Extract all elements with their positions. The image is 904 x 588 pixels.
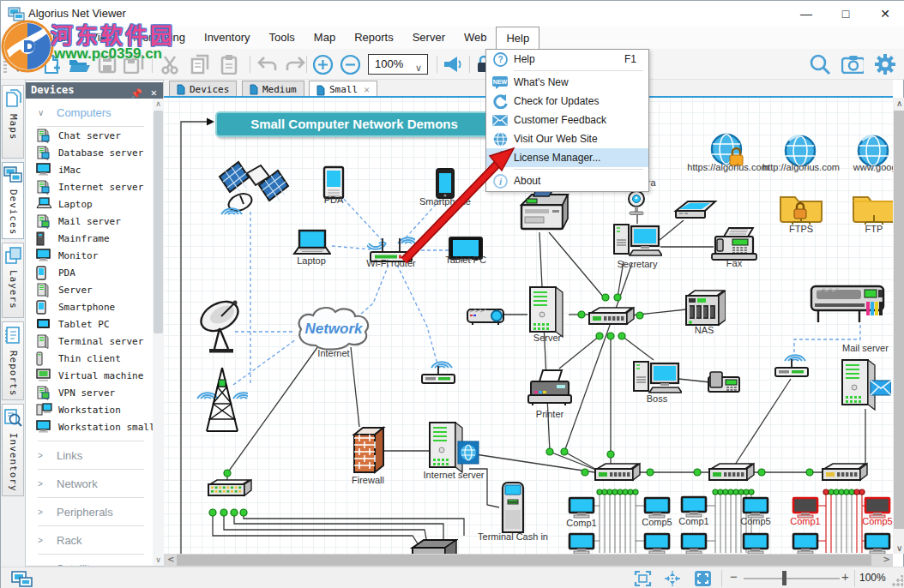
map-tab-small[interactable]: Small✕	[309, 81, 377, 98]
map-tab-medium[interactable]: Medium	[242, 81, 304, 97]
device-palette-item-laptop[interactable]: Laptop	[26, 195, 153, 213]
menu-server[interactable]: Server	[403, 27, 455, 49]
vertical-scroll-thumb[interactable]	[894, 111, 904, 529]
minimize-button[interactable]: —	[786, 1, 826, 27]
node-scanner[interactable]	[672, 197, 719, 221]
node-comp[interactable]	[792, 532, 819, 554]
node-wifi-ap[interactable]	[773, 351, 811, 381]
camera-icon[interactable]	[841, 53, 864, 75]
save-all-icon[interactable]	[123, 53, 145, 75]
menu-tools[interactable]: Tools	[260, 27, 304, 49]
device-palette-item-database-server[interactable]: Database server	[26, 144, 153, 161]
help-menu-item-check-for-updates[interactable]: Check for Updates	[486, 92, 648, 111]
node-smartphone[interactable]	[435, 167, 455, 200]
help-menu-item-about[interactable]: iAbout	[486, 171, 648, 190]
device-palette-item-mainframe[interactable]: Mainframe	[26, 230, 153, 247]
device-group-computers[interactable]: ∨Computers	[26, 99, 153, 126]
menu-web[interactable]: Web	[455, 27, 497, 49]
actual-size-icon[interactable]	[663, 570, 682, 588]
node-secretary[interactable]	[612, 219, 662, 259]
horizontal-scroll-thumb[interactable]	[177, 555, 871, 566]
node-darkbox[interactable]	[410, 537, 458, 554]
device-group-network[interactable]: >Network	[26, 470, 153, 497]
menu-monitoring[interactable]: Monitoring	[124, 27, 195, 49]
device-palette-item-chat-server[interactable]: Chat server	[26, 127, 153, 144]
node-nas[interactable]	[683, 289, 726, 328]
help-menu-item-customer-feedback[interactable]: Customer Feedback	[486, 111, 648, 129]
node-switch[interactable]	[586, 306, 636, 328]
zoom-slider-track[interactable]	[744, 578, 840, 579]
resize-grip[interactable]	[891, 575, 903, 587]
device-palette-item-vpn-server[interactable]: VPN server	[26, 384, 153, 401]
paste-icon[interactable]	[218, 53, 240, 75]
canvas-horizontal-scrollbar[interactable]: < >	[164, 554, 893, 567]
device-group-peripherals[interactable]: >Peripherals	[26, 498, 153, 525]
close-button[interactable]: ✕	[865, 1, 904, 27]
device-palette-item-mail-server[interactable]: Mail server	[26, 213, 153, 230]
node-camera[interactable]	[626, 190, 647, 218]
fit-page-icon[interactable]	[634, 570, 652, 588]
node-switch-y[interactable]	[206, 478, 252, 499]
sidebar-tab-layers[interactable]: Layers	[2, 243, 24, 318]
gear-icon[interactable]	[874, 53, 896, 75]
device-palette-item-terminal-server[interactable]: Terminal server	[26, 333, 153, 350]
help-menu-item-visit-our-web-site[interactable]: Visit Our Web Site	[486, 129, 648, 148]
node-phone[interactable]	[707, 369, 741, 395]
node-ftp[interactable]	[851, 190, 893, 226]
node-ftps[interactable]	[778, 190, 824, 226]
node-comp1[interactable]	[568, 496, 595, 519]
undo-icon[interactable]	[256, 53, 279, 75]
menu-edit[interactable]: Edit	[43, 27, 81, 49]
zoom-in-plus[interactable]: +	[841, 569, 849, 584]
node-dish[interactable]	[196, 297, 249, 357]
node-boss[interactable]	[632, 357, 682, 396]
scroll-up-icon[interactable]: ∧	[153, 99, 164, 110]
node-comp1[interactable]	[680, 495, 708, 518]
device-palette-item-smartphone[interactable]: Smartphone	[26, 298, 153, 315]
panel-scroll-thumb[interactable]	[154, 111, 163, 333]
announce-icon[interactable]	[442, 53, 464, 75]
scroll-down-icon[interactable]: ∨	[153, 555, 164, 566]
node-internet-server[interactable]	[427, 419, 480, 474]
fullscreen-icon[interactable]	[694, 570, 712, 588]
zoom-out-icon[interactable]	[339, 53, 361, 75]
panel-scrollbar[interactable]: ∧ ∨	[153, 99, 164, 566]
node-comp[interactable]	[643, 532, 671, 554]
node-server[interactable]	[527, 284, 567, 339]
node-projector[interactable]	[466, 304, 507, 327]
node-plotter[interactable]	[808, 279, 889, 326]
redo-icon[interactable]	[284, 53, 306, 75]
menu-view[interactable]: View	[81, 27, 124, 49]
zoom-in-icon[interactable]	[311, 53, 334, 75]
new-map-icon[interactable]	[40, 53, 63, 75]
device-group-satellite[interactable]: >Satellite	[26, 555, 153, 566]
devices-panel-header[interactable]: Devices 📌 ✕	[26, 82, 163, 99]
help-menu-item-help[interactable]: ?HelpF1	[486, 50, 648, 69]
save-icon[interactable]	[96, 53, 118, 75]
open-icon[interactable]	[68, 53, 90, 75]
map-tab-devices[interactable]: Devices	[169, 81, 237, 97]
device-palette-item-server[interactable]: Server	[26, 281, 153, 298]
device-palette-item-tablet-pc[interactable]: Tablet PC	[26, 315, 153, 333]
scroll-left-icon[interactable]: <	[167, 555, 174, 564]
tab-close-icon[interactable]: ✕	[364, 84, 370, 95]
menu-file[interactable]: File	[6, 27, 43, 49]
node-comp[interactable]	[568, 532, 595, 554]
node-comp[interactable]	[864, 532, 891, 554]
menu-reports[interactable]: Reports	[345, 27, 403, 49]
sidebar-tab-maps[interactable]: Maps	[2, 85, 24, 159]
maximize-button[interactable]: □	[826, 1, 865, 27]
sidebar-tab-devices[interactable]: Devices	[2, 162, 24, 239]
sidebar-tab-inventory[interactable]: Inventory	[2, 404, 24, 496]
zoom-out-minus[interactable]: −	[730, 569, 738, 584]
copy-icon[interactable]	[189, 53, 211, 75]
node-switch[interactable]	[706, 462, 756, 484]
zoom-slider-thumb[interactable]	[782, 571, 786, 585]
device-group-links[interactable]: >Links	[26, 441, 153, 469]
node-switch[interactable]	[592, 462, 642, 484]
node-terminal-cash-in[interactable]	[497, 481, 528, 536]
node-mail-server[interactable]	[840, 357, 891, 411]
node-comp[interactable]	[680, 532, 708, 554]
node-satellite[interactable]	[214, 151, 293, 221]
device-palette-item-virtual-machine[interactable]: Virtual machine	[26, 367, 153, 384]
